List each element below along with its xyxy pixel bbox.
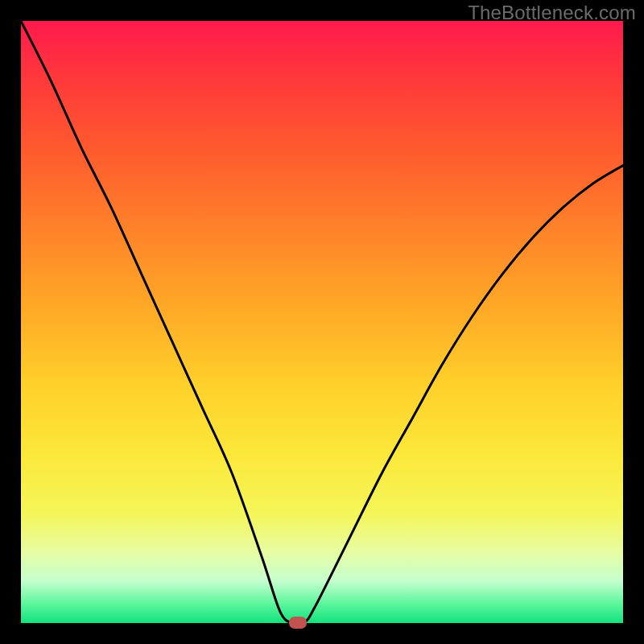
- chart-frame: TheBottleneck.com: [0, 0, 644, 644]
- bottleneck-curve: [21, 21, 623, 623]
- plot-area: [21, 21, 623, 623]
- optimal-point-marker: [289, 617, 307, 629]
- watermark-text: TheBottleneck.com: [468, 2, 636, 24]
